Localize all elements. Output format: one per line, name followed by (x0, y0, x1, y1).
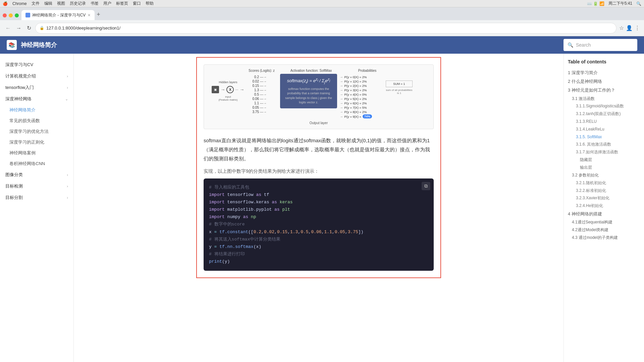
toc-item-output-layer[interactable]: 输出层 (568, 164, 640, 171)
toc-item-3-1-2[interactable]: 3.1.2.tanh(双曲正切函数) (568, 110, 640, 118)
sum-description: sum of all probabilities is 1 (386, 89, 413, 95)
minimize-button[interactable] (9, 13, 13, 17)
menu-view[interactable]: 视图 (57, 1, 65, 6)
toc-item-3-1-4[interactable]: 3.1.4.LeakReLu (568, 125, 640, 133)
sidebar-item-segmentation[interactable]: 目标分割 › (0, 192, 73, 203)
toc-item-3-1-6[interactable]: 3.1.6. 其他激活函数 (568, 141, 640, 148)
profile-icon[interactable]: 👤 (626, 25, 633, 31)
menu-help[interactable]: 帮助 (146, 1, 154, 6)
menu-icon[interactable]: ⋮ (635, 25, 640, 31)
intro-text: 实现，以上图中数字9的分类结果为例给大家进行演示： (204, 168, 434, 174)
mac-menus: 🍎 Chrome 文件 编辑 视图 历史记录 书签 用户 标签页 窗口 帮助 (3, 1, 154, 6)
back-button[interactable]: ← (4, 24, 12, 33)
sidebar-item-neural-intro[interactable]: 神经网络简介 (0, 105, 73, 115)
sidebar-item-image-classify[interactable]: 图像分类 › (0, 169, 73, 180)
active-tab[interactable]: 神经网络简介 - 深度学习与CV ✕ (21, 10, 95, 20)
sidebar-item-deep-learning[interactable]: 深度学习与CV (0, 59, 73, 70)
tab-close-button[interactable]: ✕ (88, 13, 91, 17)
x-circle: X (226, 86, 234, 93)
toc-item-2[interactable]: 2 什么是神经网络 (568, 77, 640, 86)
sum-box: SUM = 1 sum of all probabilities is 1 (386, 74, 413, 95)
toc-item-3-2-3[interactable]: 3.2.3.Xavier初始化 (568, 194, 640, 202)
sidebar-item-optimization[interactable]: 深度学习的优化方法 (0, 126, 73, 137)
toc-item-3-1-7[interactable]: 3.1.7.如何选择激活函数 (568, 148, 640, 156)
sidebar-item-detection[interactable]: 目标检测 › (0, 180, 73, 192)
tab-bar: 神经网络简介 - 深度学习与CV ✕ + (0, 7, 644, 20)
toc-item-3-2[interactable]: 3.2 参数初始化 (568, 171, 640, 179)
search-icon[interactable]: 🔍 (636, 1, 641, 6)
reload-button[interactable]: ↻ (25, 23, 33, 33)
code-line-11: print(y) (209, 258, 428, 265)
toc-item-3-2-1[interactable]: 3.2.1.随机初始化 (568, 179, 640, 187)
menu-bookmarks[interactable]: 书签 (91, 1, 99, 6)
sidebar-item-regularization[interactable]: 深度学习的正则化 (0, 137, 73, 148)
sidebar-item-cnn[interactable]: 卷积神经网络CNN (0, 158, 73, 169)
mac-status-area: ⌨️ 🔋 📶 周二下午5:41 🔍 (587, 1, 641, 6)
toc-title: Table of contents (568, 59, 640, 64)
lock-icon: 🔒 (40, 26, 44, 30)
sidebar-item-deep-neural[interactable]: 深度神经网络 ⌄ (0, 93, 73, 105)
toc-item-3-1[interactable]: 3.1 激活函数 (568, 95, 640, 103)
dots-icon: ··· (235, 88, 238, 92)
main-paragraph: softmax直白来说就是将网络输出的logits通过softmax函数，就映射… (204, 136, 434, 163)
sidebar-item-computer-vision[interactable]: 计算机视觉介绍 › (0, 70, 73, 82)
tab-favicon (25, 13, 30, 17)
sidebar-item-loss[interactable]: 常见的损失函数 (0, 115, 73, 126)
menu-window[interactable]: 窗口 (133, 1, 141, 6)
softmax-description: softmax function computes the probabilit… (284, 87, 333, 105)
code-line-7: x = tf.constant([0.2,0.02,0.15,1.3,0.5,0… (209, 228, 428, 236)
bookmark-icon[interactable]: ☆ (619, 25, 624, 31)
code-line-5: import numpy as np (209, 213, 428, 221)
chevron-right-icon: › (67, 86, 68, 90)
toc-item-3-2-4[interactable]: 3.2.4.He初始化 (568, 202, 640, 210)
menu-edit[interactable]: 编辑 (44, 1, 52, 6)
site-header: 📚 神经网络简介 🔍 Search (0, 36, 644, 54)
content-area: Scores (Logits): z Activation function: … (74, 54, 564, 362)
code-line-6: # 数字中的score (209, 221, 428, 228)
content-inner: Scores (Logits): z Activation function: … (196, 57, 441, 278)
site-branding: 📚 神经网络简介 (7, 40, 57, 50)
toc-item-1[interactable]: 1 深度学习简介 (568, 68, 640, 77)
toc-item-3-1-1[interactable]: 3.1.1.Sigmoid/logistics函数 (568, 102, 640, 110)
probabilities-column: →P(y = 0|X) = 2% →P(y = 1|X) = 2% →P(y =… (337, 74, 386, 119)
menu-history[interactable]: 历史记录 (70, 1, 86, 6)
new-tab-button[interactable]: + (97, 11, 100, 20)
code-line-4: import matplotlib.pyplot as plt (209, 206, 428, 213)
address-bar: ← → ↻ 🔒 127.0.0.1:8000/deeplearning/sect… (0, 20, 644, 36)
copy-button[interactable]: ⧉ (422, 182, 430, 190)
apple-menu[interactable]: 🍎 (3, 1, 8, 6)
menu-user[interactable]: 用户 (103, 1, 111, 6)
toc-item-3-1-3[interactable]: 3.1.3.RELU (568, 118, 640, 125)
maximize-button[interactable] (15, 13, 19, 17)
code-line-10: # 将结果进行打印 (209, 251, 428, 258)
menu-tabs[interactable]: 标签页 (116, 1, 128, 6)
sidebar-item-tensorflow[interactable]: tensorflow入门 › (0, 82, 73, 93)
close-button[interactable] (3, 13, 7, 17)
chevron-right-icon: › (67, 74, 68, 78)
sidebar-item-case[interactable]: 神经网络案例 (0, 148, 73, 158)
search-box[interactable]: 🔍 Search (564, 39, 637, 51)
menu-chrome[interactable]: Chrome (12, 1, 27, 6)
chevron-right-icon: › (67, 184, 68, 188)
toc-item-3[interactable]: 3 神经元是如何工作的？ (568, 86, 640, 95)
arrow-right-icon: → (240, 87, 245, 92)
input-box: ▣ (212, 86, 219, 93)
highlight-badge: 74% (363, 114, 372, 118)
toc-sidebar: Table of contents 1 深度学习简介 2 什么是神经网络 3 神… (564, 54, 644, 362)
mac-menubar: 🍎 Chrome 文件 编辑 视图 历史记录 书签 用户 标签页 窗口 帮助 ⌨… (0, 0, 644, 7)
search-icon: 🔍 (568, 42, 573, 48)
toc-item-3-1-5[interactable]: 3.1.5. SoftMax (568, 133, 640, 141)
browser-actions: ☆ 👤 ⋮ (619, 25, 640, 31)
url-input[interactable]: 🔒 127.0.0.1:8000/deeplearning/section1/ (35, 23, 616, 34)
menu-file[interactable]: 文件 (32, 1, 40, 6)
softmax-function-box: softmax(zi) = ezi / Σjezj softmax functi… (280, 74, 337, 108)
toc-item-4-3[interactable]: 4.3 通过model的子类构建 (568, 234, 640, 242)
toc-item-4-2[interactable]: 4.2通过Model类构建 (568, 226, 640, 234)
activation-header: Activation function: SoftMax (282, 69, 340, 72)
code-line-9: y = tf.nn.softmax(x) (209, 243, 428, 251)
toc-item-hidden-layer[interactable]: 隐藏层 (568, 156, 640, 164)
toc-item-3-2-2[interactable]: 3.2.2.标准初始化 (568, 187, 640, 195)
forward-button[interactable]: → (15, 24, 23, 33)
toc-item-4[interactable]: 4 神经网络的搭建 (568, 210, 640, 218)
toc-item-4-1[interactable]: 4.1通过Sequential构建 (568, 218, 640, 226)
